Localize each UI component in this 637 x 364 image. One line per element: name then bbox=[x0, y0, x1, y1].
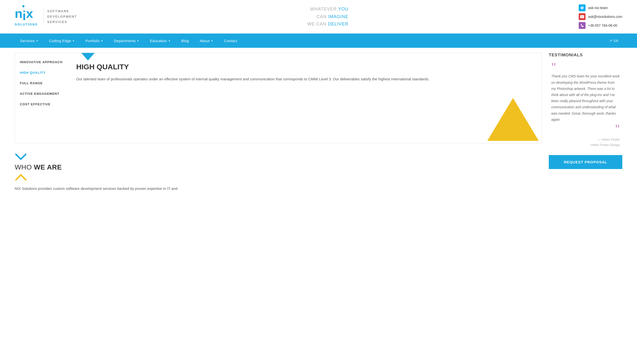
yellow-triangle-icon bbox=[485, 96, 541, 143]
portfolio-arrow-icon: ▼ bbox=[101, 40, 103, 42]
main-navbar: Services ▼ Cutting Edge ▼ Portfolio ▼ De… bbox=[0, 34, 637, 48]
feature-active-desc: Our talented team of professionals opera… bbox=[76, 76, 534, 82]
nav-departments[interactable]: Departments ▼ bbox=[108, 34, 144, 48]
feature-high-quality[interactable]: HIGH QUALITY bbox=[20, 71, 64, 74]
email-contact[interactable]: ask@nixsolutions.com bbox=[579, 13, 622, 20]
nav-about[interactable]: About ▼ bbox=[194, 34, 218, 48]
feature-active-title: HIGH QUALITY bbox=[76, 63, 534, 71]
logo[interactable]: n i x SOLUTIONS bbox=[15, 7, 38, 26]
nav-blog[interactable]: Blog bbox=[176, 34, 194, 48]
logo-letter-i: i bbox=[22, 9, 26, 22]
request-proposal-button[interactable]: REQUEST PROPOSAL bbox=[549, 155, 622, 169]
phone-contact[interactable]: +38 057 784-06-00 bbox=[579, 22, 622, 29]
who-desc: NIX Solutions provides custom software d… bbox=[15, 186, 542, 192]
header-tagline: WHATEVER WHATEVER YOUYOU CAN IMAGINE WE … bbox=[307, 6, 348, 28]
nav-portfolio[interactable]: Portfolio ▼ bbox=[80, 34, 108, 48]
logo-tagline: SOFTWARE DEVELOPMENT SERVICES bbox=[44, 8, 77, 25]
phone-label: +38 057 784-06-00 bbox=[588, 24, 617, 28]
tagline-line3: WE CAN DELIVER bbox=[307, 20, 348, 28]
feature-detail: HIGH QUALITY Our talented team of profes… bbox=[69, 53, 541, 143]
cutting-edge-arrow-icon: ▼ bbox=[72, 40, 74, 42]
phone-icon bbox=[579, 22, 586, 29]
nav-contact[interactable]: Contact bbox=[218, 34, 242, 48]
blue-chevron-icon bbox=[15, 153, 542, 162]
email-label: ask@nixsolutions.com bbox=[588, 15, 622, 18]
contact-info: ask-nix-team ask@nixsolutions.com +38 05… bbox=[579, 4, 622, 29]
author-company: - Helen Foster Design bbox=[551, 142, 620, 148]
education-arrow-icon: ▼ bbox=[168, 40, 170, 42]
who-title: WHO WE ARE bbox=[15, 164, 542, 171]
feature-active-engagement[interactable]: ACTIVE ENGAGEMENT bbox=[20, 92, 64, 96]
sidebar: TESTIMONIALS " Thank you CMS team for yo… bbox=[549, 53, 622, 197]
nav-services[interactable]: Services ▼ bbox=[15, 34, 44, 48]
features-card: INNOVATIVE APPROACH HIGH QUALITY FULL RA… bbox=[15, 53, 542, 143]
testimonial-box: " Thank you CMS team for your excellent … bbox=[549, 62, 622, 148]
testimonials-heading: TESTIMONIALS bbox=[549, 53, 622, 58]
yellow-chevron-up-icon bbox=[15, 174, 542, 182]
logo-solutions: SOLUTIONS bbox=[15, 22, 38, 26]
nav-education[interactable]: Education ▼ bbox=[144, 34, 176, 48]
content-area: INNOVATIVE APPROACH HIGH QUALITY FULL RA… bbox=[15, 53, 542, 197]
blue-arrow-down-icon bbox=[81, 53, 95, 60]
feature-full-range[interactable]: FULL RANGE bbox=[20, 81, 64, 85]
logo-area: n i x SOLUTIONS SOFTWARE DEVELOPMENT SER… bbox=[15, 7, 77, 26]
tagline-line1: WHATEVER WHATEVER YOUYOU bbox=[307, 6, 348, 13]
feature-innovative-approach[interactable]: INNOVATIVE APPROACH bbox=[20, 60, 64, 64]
nav-cutting-edge[interactable]: Cutting Edge ▼ bbox=[44, 34, 80, 48]
testimonial-author: — Helen Foster - Helen Foster Design bbox=[551, 137, 620, 148]
testimonial-text: Thank you CMS team for your excellent wo… bbox=[551, 73, 620, 123]
email-icon bbox=[579, 13, 586, 20]
logo-letter-x: x bbox=[26, 7, 33, 20]
tagline-line2: CAN IMAGINE bbox=[307, 13, 348, 20]
nav-ua[interactable]: ↗ UA bbox=[606, 34, 622, 48]
site-header: n i x SOLUTIONS SOFTWARE DEVELOPMENT SER… bbox=[0, 0, 637, 34]
author-name: — Helen Foster bbox=[551, 137, 620, 142]
logo-dot bbox=[22, 5, 24, 7]
skype-contact[interactable]: ask-nix-team bbox=[579, 4, 622, 11]
quote-close-icon: " bbox=[551, 124, 620, 134]
svg-marker-0 bbox=[487, 98, 539, 141]
skype-icon bbox=[579, 4, 586, 11]
skype-label: ask-nix-team bbox=[588, 6, 608, 10]
main-container: INNOVATIVE APPROACH HIGH QUALITY FULL RA… bbox=[0, 53, 637, 197]
feature-cost-effective[interactable]: COST EFFECTIVE bbox=[20, 102, 64, 106]
about-arrow-icon: ▼ bbox=[211, 40, 213, 42]
departments-arrow-icon: ▼ bbox=[137, 40, 139, 42]
who-section: WHO WE ARE NIX Solutions provides custom… bbox=[15, 153, 542, 197]
logo-letter-n: n bbox=[15, 7, 22, 20]
features-list: INNOVATIVE APPROACH HIGH QUALITY FULL RA… bbox=[15, 53, 69, 143]
quote-open-icon: " bbox=[551, 62, 620, 72]
services-arrow-icon: ▼ bbox=[36, 40, 38, 42]
